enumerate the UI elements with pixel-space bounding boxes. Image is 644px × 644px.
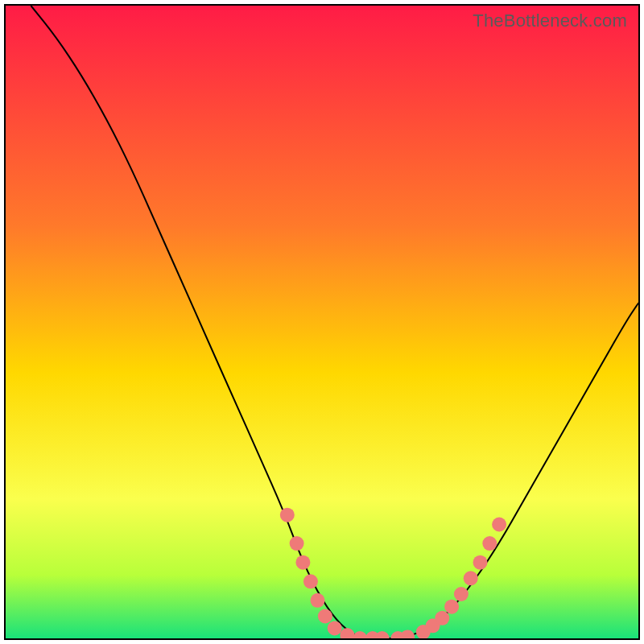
curve-marker [311,593,325,608]
curve-marker [290,536,304,551]
curve-marker [353,631,367,638]
curve-marker [473,555,488,570]
curve-marker [340,628,354,638]
curve-marker [328,621,342,635]
curve-marker [482,536,497,551]
curve-marker [444,600,459,614]
curve-marker [280,508,295,522]
watermark-label: TheBottleneck.com [473,10,627,31]
curve-marker [435,611,449,625]
curve-marker [295,555,310,570]
chart-frame: TheBottleneck.com [4,4,640,640]
curve-marker [492,518,506,532]
bottleneck-curve [31,6,638,638]
curve-marker [454,587,469,601]
curve-marker [400,630,415,638]
bottleneck-curve-plot [6,6,638,638]
curve-marker [464,571,478,585]
curve-markers [280,508,506,638]
curve-marker [318,609,332,624]
curve-marker [375,631,390,638]
curve-marker [303,574,318,588]
